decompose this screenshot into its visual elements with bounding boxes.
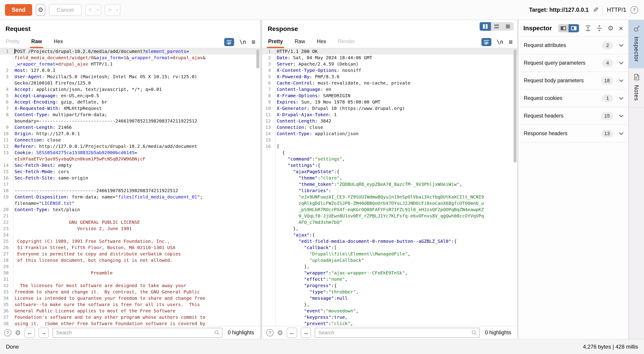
code-line: 6Cache-Control: must-revalidate, no-cach…: [262, 80, 517, 86]
inspector-section-response-headers[interactable]: Response headers 13: [518, 125, 628, 142]
send-settings-button[interactable]: ⚙: [36, 4, 45, 16]
inspector-close-icon[interactable]: ×: [619, 24, 623, 32]
request-tab-hex[interactable]: Hex: [54, 38, 63, 48]
side-tab-notes[interactable]: Notes: [629, 68, 644, 107]
code-line: 20Content-Type: text/plain: [0, 206, 260, 213]
search-settings-icon[interactable]: ⚙: [277, 329, 283, 337]
code-line: 15: [262, 137, 517, 143]
search-help-icon[interactable]: ?: [4, 329, 11, 336]
word-wrap-icon: [226, 39, 232, 45]
request-search-input[interactable]: [52, 328, 222, 338]
side-tab-label: Notes: [633, 85, 640, 101]
response-tab-render[interactable]: Render: [338, 38, 355, 48]
prev-icon: <: [86, 4, 95, 15]
inspector-title: Inspector: [523, 25, 552, 32]
count-badge: 13: [601, 130, 613, 138]
editor-menu-icon[interactable]: ≡: [508, 38, 513, 46]
inspector-section-request-attributes[interactable]: Request attributes 2: [518, 37, 628, 54]
layout-columns-button[interactable]: [480, 22, 491, 31]
code-line: "wrapper":"ajax-wrapper--CFoEkE9TnSk",: [262, 270, 517, 276]
code-line: 18------------------------------24661907…: [0, 187, 260, 194]
side-tab-label: Inspector: [633, 37, 640, 62]
search-next-button[interactable]: →: [301, 328, 311, 338]
request-editor[interactable]: 1POST /Projects/drupal-10.2.6/media/add/…: [0, 48, 260, 326]
chevron-down-icon[interactable]: [619, 113, 623, 117]
word-wrap-toggle[interactable]: [482, 38, 492, 46]
code-line: 36General Public License applies to most…: [0, 308, 260, 314]
code-line: "ajax":{: [262, 232, 517, 238]
code-line: 35software--to make sure the software is…: [0, 301, 260, 308]
code-line: 25 Copyright (C) 1989, 1991 Free Softwar…: [0, 238, 260, 244]
code-line: 28 of this license document, but changin…: [0, 257, 260, 263]
cancel-button[interactable]: Cancel: [49, 4, 82, 16]
show-newlines-toggle[interactable]: \n: [240, 39, 246, 45]
pane-left-icon: [561, 26, 566, 30]
search-prev-button[interactable]: ←: [24, 328, 35, 338]
inspector-section-request-body-parameters[interactable]: Request body parameters 18: [518, 72, 628, 90]
layout-rows-button[interactable]: [491, 22, 502, 31]
code-line: "type":"throbber",: [262, 289, 517, 295]
code-line: },: [262, 225, 517, 232]
toolbar-divider: [602, 5, 603, 15]
send-button[interactable]: Send: [5, 4, 32, 16]
help-icon[interactable]: ?: [630, 6, 638, 14]
code-line: 30 Preamble: [0, 270, 260, 276]
code-line: 11Connection: close: [0, 137, 260, 143]
line-number-divider: [275, 48, 276, 326]
search-prev-button[interactable]: ←: [287, 328, 297, 338]
request-search-wrap: [52, 328, 222, 338]
next-request-button[interactable]: > ▾: [104, 4, 120, 16]
code-line: "event":"mousedown",: [262, 308, 517, 314]
code-line: "ajaxPageState":{: [262, 169, 517, 175]
response-tab-hex[interactable]: Hex: [317, 38, 326, 48]
request-scrollbar[interactable]: [256, 49, 259, 68]
edit-target-icon[interactable]: ✎: [593, 6, 598, 14]
search-settings-icon[interactable]: ⚙: [15, 329, 21, 337]
response-tabs: Pretty Raw Hex Render: [268, 38, 355, 48]
section-label: Request body parameters: [524, 78, 584, 84]
code-line: 17: [0, 181, 260, 187]
code-line: "prevent":"click",: [262, 320, 517, 326]
code-line: "effect":"none",: [262, 276, 517, 282]
request-tab-pretty[interactable]: Pretty: [6, 38, 20, 48]
chevron-down-icon[interactable]: [619, 42, 623, 47]
count-badge: 18: [601, 77, 613, 85]
chevron-down-icon[interactable]: [619, 131, 623, 135]
inspector-section-request-cookies[interactable]: Request cookies 1: [518, 90, 628, 107]
code-line: "theme":"claro",: [262, 175, 517, 181]
code-line: 4X-Content-Type-Options: nosniff: [262, 67, 517, 73]
request-tab-raw[interactable]: Raw: [31, 38, 42, 48]
code-line: 27 Everyone is permitted to copy and dis…: [0, 251, 260, 257]
inspector-section-request-query-parameters[interactable]: Request query parameters 4: [518, 54, 628, 72]
code-line: "settings":{: [262, 162, 517, 169]
response-search-input[interactable]: [315, 328, 480, 338]
code-line: "message":null: [262, 295, 517, 301]
chevron-down-icon[interactable]: [619, 78, 623, 82]
side-tab-inspector[interactable]: Inspector: [629, 20, 644, 68]
inspector-settings-icon[interactable]: ⚙: [608, 24, 614, 32]
dock-left-button[interactable]: [558, 24, 568, 32]
search-next-button[interactable]: →: [38, 328, 49, 338]
show-newlines-toggle[interactable]: \n: [497, 39, 504, 45]
code-line: "theme_token":"ZQDBULqR8_eypZ8eA78_8azcT…: [262, 181, 517, 187]
response-scrollbar[interactable]: [514, 49, 516, 163]
section-label: Request headers: [524, 113, 564, 119]
editor-menu-icon[interactable]: ≡: [251, 38, 256, 46]
search-help-icon[interactable]: ?: [266, 329, 274, 336]
word-wrap-toggle[interactable]: [224, 38, 234, 46]
chevron-down-icon[interactable]: [619, 95, 623, 99]
response-tab-pretty[interactable]: Pretty: [268, 38, 283, 48]
response-editor[interactable]: 1HTTP/1.1 200 OK2Date: Sat, 04 May 2024 …: [262, 48, 517, 326]
response-tab-raw[interactable]: Raw: [294, 38, 305, 48]
collapse-all-icon[interactable]: [596, 25, 602, 31]
count-badge: 1: [602, 94, 613, 102]
prev-request-button[interactable]: < ▾: [85, 4, 101, 16]
expand-all-icon[interactable]: [585, 25, 591, 31]
inspector-section-request-headers[interactable]: Request headers 15: [518, 107, 628, 125]
http-version-label[interactable]: HTTP/1: [607, 6, 626, 13]
prev-dropdown-icon[interactable]: ▾: [95, 4, 100, 15]
next-dropdown-icon[interactable]: ▾: [114, 4, 120, 15]
layout-single-button[interactable]: [502, 22, 514, 31]
chevron-down-icon[interactable]: [619, 60, 623, 64]
dock-right-button[interactable]: [568, 24, 579, 32]
